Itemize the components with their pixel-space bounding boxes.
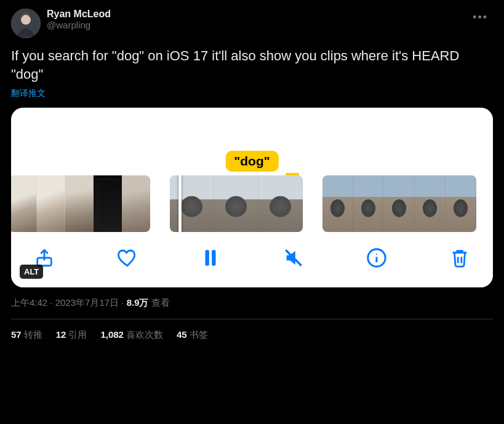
clip-frame: [353, 175, 384, 232]
media-card[interactable]: "dog": [11, 108, 493, 287]
search-tooltip: "dog": [225, 151, 278, 172]
clip-frame: [65, 175, 94, 232]
tweet-time: 上午4:42: [11, 297, 47, 308]
clip-frame: [258, 175, 303, 232]
info-icon[interactable]: [364, 246, 389, 270]
clip-group-2[interactable]: [170, 175, 303, 232]
tweet-date: 2023年7月17日: [55, 297, 119, 308]
retweets-stat[interactable]: 57转推: [11, 329, 42, 341]
clip-frame: [94, 175, 122, 232]
translate-link[interactable]: 翻译推文: [11, 88, 46, 99]
user-block: Ryan McLeod @warpling: [47, 9, 468, 30]
tweet-stats: 57转推 12引用 1,082喜欢次数 45书签: [11, 319, 493, 341]
bookmarks-stat[interactable]: 45书签: [177, 329, 208, 341]
tweet-header: Ryan McLeod @warpling •••: [11, 9, 493, 38]
media-toolbar: [11, 232, 493, 287]
svg-rect-3: [206, 250, 209, 266]
mute-icon[interactable]: [281, 246, 306, 270]
alt-badge[interactable]: ALT: [20, 265, 43, 279]
clip-frame: [384, 175, 415, 232]
handle[interactable]: @warpling: [47, 20, 468, 30]
tweet-meta[interactable]: 上午4:42 · 2023年7月17日 · 8.9万 查看: [11, 297, 493, 309]
pause-icon[interactable]: [198, 246, 223, 270]
clip-group-1[interactable]: [11, 175, 150, 232]
display-name[interactable]: Ryan McLeod: [47, 9, 468, 20]
heart-icon[interactable]: [115, 246, 140, 270]
svg-rect-4: [212, 250, 215, 266]
clip-frame: [122, 175, 150, 232]
clip-frame: [446, 175, 476, 232]
clip-strip: [11, 175, 493, 232]
media-top: "dog": [11, 108, 493, 175]
more-icon[interactable]: •••: [468, 9, 493, 26]
trash-icon[interactable]: [447, 246, 472, 270]
clip-frame: [170, 175, 214, 232]
tweet-text: If you search for "dog" on iOS 17 it'll …: [11, 47, 493, 83]
clip-frame: [322, 175, 353, 232]
svg-point-8: [376, 254, 377, 255]
playhead[interactable]: [178, 175, 182, 232]
clip-frame: [214, 175, 258, 232]
clip-frame: [37, 175, 65, 232]
tweet-container: Ryan McLeod @warpling ••• If you search …: [0, 0, 504, 350]
clip-group-3[interactable]: [322, 175, 476, 232]
avatar[interactable]: [11, 9, 41, 38]
clip-frame: [11, 175, 37, 232]
clip-frame: [415, 175, 446, 232]
quotes-stat[interactable]: 12引用: [56, 329, 87, 341]
views-count: 8.9万: [127, 297, 149, 308]
views-label: 查看: [149, 297, 170, 308]
likes-stat[interactable]: 1,082喜欢次数: [100, 329, 163, 341]
